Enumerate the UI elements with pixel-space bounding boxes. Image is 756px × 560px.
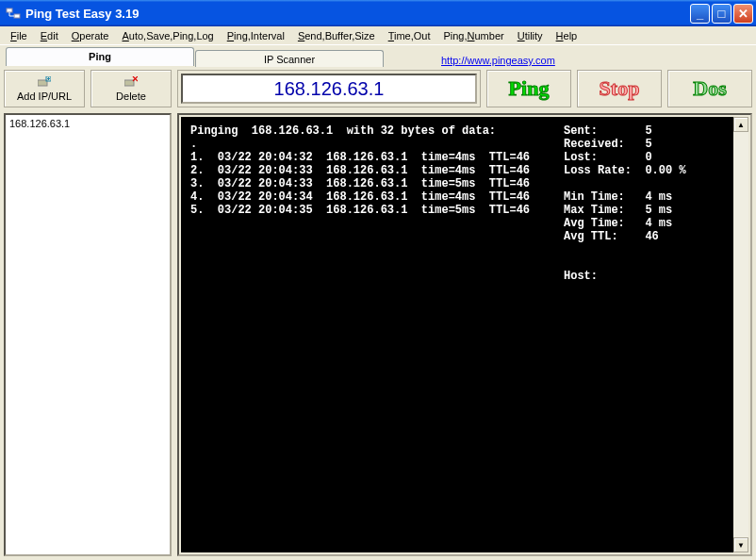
scroll-down-button[interactable]: ▼ bbox=[733, 537, 748, 552]
right-panel: Ping Stop Dos Pinging 168.126.63.1 with … bbox=[177, 70, 752, 556]
terminal-wrap: Pinging 168.126.63.1 with 32 bytes of da… bbox=[177, 113, 752, 556]
menu-operate[interactable]: Operate bbox=[65, 28, 116, 43]
menu-autosave[interactable]: Auto,Save,Ping,Log bbox=[115, 28, 220, 43]
menu-file[interactable]: File bbox=[4, 28, 34, 43]
add-icon bbox=[38, 75, 51, 89]
menu-pinginterval[interactable]: Ping,Interval bbox=[221, 28, 291, 43]
ip-input[interactable] bbox=[181, 74, 477, 104]
list-item[interactable]: 168.126.63.1 bbox=[8, 117, 168, 130]
client-area: Add IP/URL Delete 168.126.63.1 Ping Stop… bbox=[0, 66, 756, 560]
vertical-scrollbar[interactable]: ▲ ▼ bbox=[733, 117, 748, 552]
titlebar[interactable]: Ping Test Easy 3.19 _ □ ✕ bbox=[0, 0, 756, 26]
terminal-stats: Sent: 5 Received: 5 Lost: 0 Loss Rate: 0… bbox=[564, 124, 724, 545]
tab-ipscanner[interactable]: IP Scanner bbox=[195, 50, 384, 67]
delete-label: Delete bbox=[116, 91, 146, 102]
stop-button[interactable]: Stop bbox=[577, 70, 662, 107]
add-ip-label: Add IP/URL bbox=[17, 91, 72, 102]
window-title: Ping Test Easy 3.19 bbox=[25, 7, 688, 21]
ip-input-wrap bbox=[177, 70, 481, 107]
menu-help[interactable]: Help bbox=[550, 28, 584, 43]
left-panel: Add IP/URL Delete 168.126.63.1 bbox=[4, 70, 172, 556]
svg-rect-8 bbox=[124, 80, 134, 86]
maximize-button[interactable]: □ bbox=[712, 4, 731, 24]
tab-ping[interactable]: Ping bbox=[6, 47, 194, 66]
menu-edit[interactable]: Edit bbox=[34, 28, 65, 43]
minimize-button[interactable]: _ bbox=[690, 4, 710, 24]
add-ip-button[interactable]: Add IP/URL bbox=[4, 70, 85, 107]
menu-sendbuffer[interactable]: Send,Buffer,Size bbox=[291, 28, 382, 43]
website-link[interactable]: http://www.pingeasy.com bbox=[441, 51, 555, 66]
delete-icon bbox=[124, 75, 138, 89]
dos-button[interactable]: Dos bbox=[667, 70, 752, 107]
close-button[interactable]: ✕ bbox=[733, 4, 753, 24]
scroll-track[interactable] bbox=[733, 132, 748, 537]
ip-listbox[interactable]: 168.126.63.1 bbox=[4, 113, 172, 556]
menu-utility[interactable]: Utility bbox=[511, 28, 550, 43]
menu-pingnumber[interactable]: Ping,Number bbox=[436, 28, 510, 43]
svg-rect-0 bbox=[7, 8, 12, 12]
menubar: File Edit Operate Auto,Save,Ping,Log Pin… bbox=[0, 26, 756, 45]
tabbar: Ping IP Scanner http://www.pingeasy.com bbox=[0, 45, 756, 66]
scroll-up-button[interactable]: ▲ bbox=[733, 117, 748, 132]
terminal: Pinging 168.126.63.1 with 32 bytes of da… bbox=[181, 117, 733, 552]
ping-button[interactable]: Ping bbox=[486, 70, 571, 107]
app-icon bbox=[6, 6, 21, 21]
svg-rect-1 bbox=[14, 14, 20, 18]
menu-timeout[interactable]: Time,Out bbox=[382, 28, 437, 43]
terminal-output: Pinging 168.126.63.1 with 32 bytes of da… bbox=[190, 124, 564, 545]
delete-button[interactable]: Delete bbox=[90, 70, 172, 107]
